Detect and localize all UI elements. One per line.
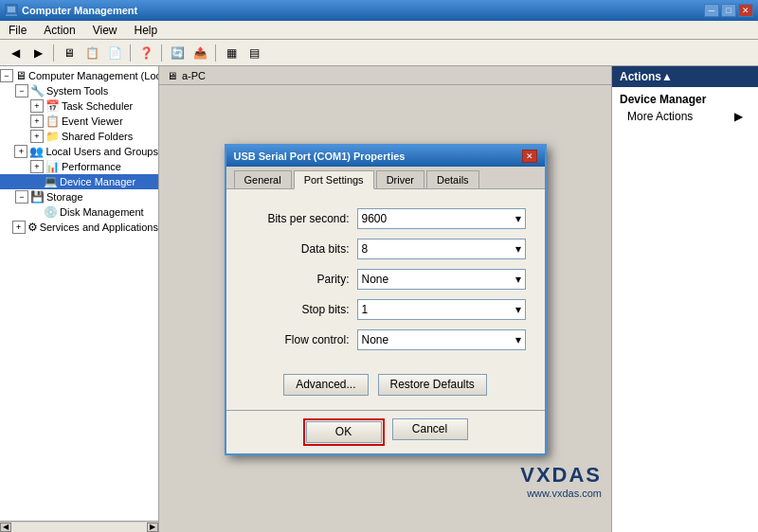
performance-icon: 📊 <box>45 160 60 173</box>
actions-collapse-icon[interactable]: ▲ <box>661 70 673 83</box>
tree-label: Computer Management (Local <box>28 70 158 81</box>
tree-expand-icon[interactable]: + <box>30 130 44 143</box>
scroll-track-h[interactable] <box>11 523 147 532</box>
parity-select[interactable]: None ▾ <box>357 269 526 290</box>
bits-control: 9600 ▾ <box>357 208 526 229</box>
parity-control: None ▾ <box>357 269 526 290</box>
more-actions-label: More Actions <box>627 110 693 123</box>
tree-panel: − 🖥 Computer Management (Local − 🔧 Syste… <box>0 66 159 532</box>
tree-label: System Tools <box>46 85 108 97</box>
form-row-stopbits: Stop bits: 1 ▾ <box>245 299 526 320</box>
tree-label: Services and Applications <box>40 222 158 233</box>
properties-button[interactable]: 📄 <box>104 43 125 63</box>
tree-item-local-users[interactable]: + 👥 Local Users and Groups <box>0 144 158 159</box>
dialog-title: USB Serial Port (COM1) Properties <box>234 151 406 162</box>
tree-expand-icon[interactable]: + <box>30 115 44 128</box>
maximize-button[interactable]: □ <box>721 4 736 17</box>
tree-expand-icon[interactable]: − <box>15 84 28 98</box>
flowcontrol-value: None <box>362 333 389 346</box>
restore-defaults-button[interactable]: Restore Defaults <box>378 374 487 396</box>
advanced-button[interactable]: Advanced... <box>283 374 368 396</box>
tree-item-storage[interactable]: − 💾 Storage <box>0 189 158 204</box>
system-tools-icon: 🔧 <box>30 84 45 98</box>
flowcontrol-select[interactable]: None ▾ <box>357 329 526 350</box>
ok-button[interactable]: OK <box>306 421 382 443</box>
main-layout: − 🖥 Computer Management (Local − 🔧 Syste… <box>0 66 758 532</box>
bits-value: 9600 <box>362 212 388 225</box>
up-button[interactable]: 🖥 <box>59 43 80 63</box>
menu-view[interactable]: View <box>89 23 121 38</box>
parity-value: None <box>362 273 389 286</box>
stopbits-control: 1 ▾ <box>357 299 526 320</box>
export-button[interactable]: 📤 <box>190 43 210 63</box>
ok-button-wrapper: OK <box>303 418 385 446</box>
services-icon: ⚙ <box>27 221 38 234</box>
show-hide-button[interactable]: 📋 <box>81 43 102 63</box>
tree-expand-icon[interactable]: + <box>30 160 44 173</box>
tree-item-computer-management[interactable]: − 🖥 Computer Management (Local <box>0 68 158 83</box>
tab-driver[interactable]: Driver <box>376 170 424 188</box>
scroll-right-btn[interactable]: ▶ <box>147 523 158 532</box>
actions-header: Actions ▲ <box>612 66 758 87</box>
databits-select[interactable]: 8 ▾ <box>357 239 526 259</box>
toolbar-separator-3 <box>161 44 162 62</box>
tree-expand-icon[interactable]: + <box>14 145 27 158</box>
more-actions-item[interactable]: More Actions ▶ <box>612 108 758 125</box>
tree-item-event-viewer[interactable]: + 📋 Event Viewer <box>0 114 158 129</box>
tree-item-disk-management[interactable]: 💿 Disk Management <box>0 204 158 220</box>
task-scheduler-icon: 📅 <box>45 99 60 113</box>
help-button[interactable]: ❓ <box>135 43 156 63</box>
menu-help[interactable]: Help <box>131 23 162 38</box>
databits-label: Data bits: <box>245 242 350 256</box>
tree-expand-icon[interactable]: + <box>30 99 44 113</box>
stopbits-select[interactable]: 1 ▾ <box>357 299 526 320</box>
properties-dialog: USB Serial Port (COM1) Properties ✕ Gene… <box>225 144 547 455</box>
form-row-parity: Parity: None ▾ <box>245 269 526 290</box>
bits-select[interactable]: 9600 ▾ <box>357 208 526 229</box>
tree-item-shared-folders[interactable]: + 📁 Shared Folders <box>0 129 158 144</box>
refresh-button[interactable]: 🔄 <box>167 43 188 63</box>
app-icon <box>5 4 18 17</box>
minimize-button[interactable]: ─ <box>704 4 719 17</box>
close-button[interactable]: ✕ <box>738 4 753 17</box>
event-viewer-icon: 📋 <box>45 115 60 128</box>
dialog-footer-buttons: OK Cancel <box>226 410 545 453</box>
tree-item-system-tools[interactable]: − 🔧 System Tools <box>0 83 158 98</box>
flowcontrol-control: None ▾ <box>357 329 526 350</box>
toolbar-separator-2 <box>130 44 131 62</box>
scroll-left-btn[interactable]: ◀ <box>0 523 11 532</box>
tab-port-settings[interactable]: Port Settings <box>294 170 374 189</box>
tree-item-device-manager[interactable]: 💻 Device Manager <box>0 174 158 189</box>
menu-bar: File Action View Help <box>0 21 758 40</box>
website-url: www.vxdas.com <box>520 488 602 499</box>
title-bar: Computer Management ─ □ ✕ <box>0 0 758 21</box>
tab-details[interactable]: Details <box>426 170 479 188</box>
forward-button[interactable]: ▶ <box>27 43 48 63</box>
tree-expand-icon[interactable]: + <box>12 221 26 234</box>
tree-item-services[interactable]: + ⚙ Services and Applications <box>0 220 158 235</box>
tree-scrollbar-h[interactable]: ◀ ▶ <box>0 521 158 532</box>
toolbar-separator-1 <box>53 44 54 62</box>
dialog-content: Bits per second: 9600 ▾ Data bits: <box>226 189 545 374</box>
disk-icon: 💿 <box>44 205 58 219</box>
tab-general[interactable]: General <box>234 170 292 188</box>
view1-button[interactable]: ▦ <box>221 43 242 63</box>
tree-expand-icon[interactable]: − <box>15 190 28 204</box>
window-title: Computer Management <box>22 5 137 16</box>
cancel-button[interactable]: Cancel <box>392 418 468 440</box>
storage-icon: 💾 <box>30 190 45 204</box>
dropdown-arrow-icon: ▾ <box>515 303 521 316</box>
tree-expand-icon[interactable]: − <box>0 69 13 82</box>
tree-label: Local Users and Groups <box>45 146 158 157</box>
view2-button[interactable]: ▤ <box>244 43 264 63</box>
more-actions-arrow-icon: ▶ <box>734 110 743 123</box>
dropdown-arrow-icon: ▾ <box>515 333 521 346</box>
menu-action[interactable]: Action <box>40 23 79 38</box>
dropdown-arrow-icon: ▾ <box>515 242 521 256</box>
menu-file[interactable]: File <box>5 23 30 38</box>
tree-item-performance[interactable]: + 📊 Performance <box>0 159 158 174</box>
dropdown-arrow-icon: ▾ <box>515 212 521 225</box>
back-button[interactable]: ◀ <box>5 43 26 63</box>
dialog-close-button[interactable]: ✕ <box>522 150 537 163</box>
tree-item-task-scheduler[interactable]: + 📅 Task Scheduler <box>0 98 158 114</box>
